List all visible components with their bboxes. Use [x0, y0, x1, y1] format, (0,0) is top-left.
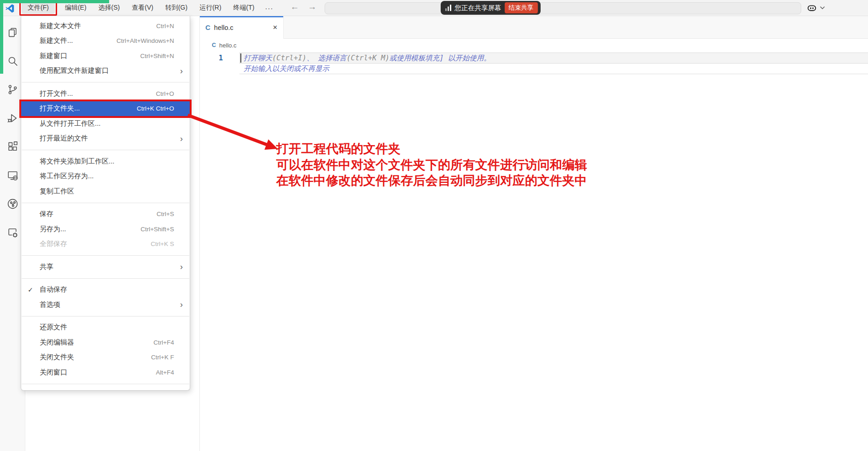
menu-item-label: 新建文本文件: [40, 22, 156, 30]
menu-item[interactable]: 打开文件...Ctrl+O: [21, 86, 190, 101]
inline-chat-hint-band2: [239, 64, 868, 74]
menubar-item[interactable]: 转到(G): [159, 2, 193, 14]
command-center-search[interactable]: [325, 2, 801, 14]
menu-item[interactable]: 关闭编辑器Ctrl+F4: [21, 335, 190, 350]
c-file-icon: C: [205, 23, 210, 31]
menu-item-label: 从文件打开工作区...: [40, 119, 174, 128]
extensions-icon[interactable]: [6, 141, 18, 152]
menu-item-label: 另存为...: [40, 225, 140, 234]
menu-item-label: 还原文件: [40, 323, 174, 332]
menu-item[interactable]: 从文件打开工作区...: [21, 116, 190, 131]
menu-item-shortcut: Alt+F4: [156, 369, 174, 376]
menu-item-shortcut: Ctrl+Shift+N: [140, 53, 174, 59]
menubar-item[interactable]: 运行(R): [193, 2, 227, 14]
menubar-item[interactable]: 编辑(E): [59, 2, 93, 14]
editor-tab-strip: [200, 16, 868, 39]
menu-item[interactable]: 使用配置文件新建窗口›: [21, 64, 190, 79]
signal-bars-icon: [445, 5, 451, 11]
share-border-left: [0, 0, 3, 74]
menu-item-label: 全部保存: [40, 240, 151, 248]
annotation-arrow: [184, 111, 283, 157]
title-bar: 文件(F)编辑(E)选择(S)查看(V)转到(G)运行(R)终端(T) ··· …: [0, 0, 868, 16]
menu-separator: [22, 384, 189, 384]
menu-item-shortcut: Ctrl+Alt+Windows+N: [117, 37, 174, 44]
tab-close-icon[interactable]: ✕: [273, 24, 278, 31]
menubar-item[interactable]: 查看(V): [126, 2, 159, 14]
menu-item[interactable]: 新建文件...Ctrl+Alt+Windows+N: [21, 34, 190, 49]
vscode-logo-icon: [5, 3, 15, 13]
menu-item[interactable]: ✓自动保存: [21, 282, 190, 298]
menu-item-label: 复制工作区: [40, 187, 174, 196]
editor-ghost-text-line2: 开始输入以关闭或不再显示: [244, 64, 329, 74]
c-file-icon: C: [212, 42, 216, 48]
network-graph-icon[interactable]: [6, 198, 18, 210]
explorer-icon[interactable]: [6, 26, 18, 38]
menu-item[interactable]: 复制工作区: [21, 184, 190, 199]
menu-item[interactable]: 新建窗口Ctrl+Shift+N: [21, 48, 190, 64]
line-number: 1: [200, 53, 230, 64]
menu-item[interactable]: 新建文本文件Ctrl+N: [21, 18, 190, 34]
submenu-chevron-icon: ›: [180, 263, 183, 271]
menu-item[interactable]: 关闭文件夹Ctrl+K F: [21, 350, 190, 365]
menu-separator: [22, 150, 189, 150]
menu-item[interactable]: 共享›: [21, 259, 190, 275]
annotation-line: 打开工程代码的文件夹: [276, 141, 587, 157]
annotation-text: 打开工程代码的文件夹可以在软件中对这个文件夹下的所有文件进行访问和编辑在软件中修…: [276, 141, 587, 189]
annotation-line: 在软件中修改的文件保存后会自动同步到对应的文件夹中: [276, 173, 587, 189]
ghost-text-segment: (Ctrl+K M): [347, 54, 390, 62]
menu-item-shortcut: Ctrl+S: [157, 211, 174, 217]
menu-separator: [22, 203, 189, 203]
ghost-text-segment: 打开聊天: [244, 54, 272, 62]
file-menu-dropdown: 新建文本文件Ctrl+N新建文件...Ctrl+Alt+Windows+N新建窗…: [21, 16, 190, 391]
menu-item-shortcut: Ctrl+O: [156, 90, 174, 97]
menu-item-label: 首选项: [40, 300, 180, 309]
menubar-item[interactable]: 终端(T): [227, 2, 261, 14]
menu-item-label: 将文件夹添加到工作区...: [40, 157, 174, 166]
menu-item[interactable]: 打开最近的文件›: [21, 131, 190, 146]
annotation-line: 可以在软件中对这个文件夹下的所有文件进行访问和编辑: [276, 157, 587, 173]
submenu-chevron-icon: ›: [180, 300, 183, 309]
tab-hello-c[interactable]: C hello.c ✕: [200, 16, 284, 39]
menu-item[interactable]: 将工作区另存为...: [21, 169, 190, 184]
share-banner-text: 您正在共享屏幕: [454, 4, 501, 12]
menu-item: 全部保存Ctrl+K S: [21, 237, 190, 252]
screen-share-banner: 您正在共享屏幕 结束共享: [441, 1, 541, 15]
tool-settings-icon[interactable]: [6, 226, 18, 238]
menu-item-label: 打开文件夹...: [40, 104, 137, 113]
remote-explorer-icon[interactable]: [6, 169, 18, 181]
menu-item[interactable]: 打开文件夹...Ctrl+K Ctrl+O: [21, 101, 190, 117]
source-control-icon[interactable]: [6, 83, 18, 95]
copilot-menu[interactable]: [807, 3, 825, 13]
menu-item-shortcut: Ctrl+K F: [151, 354, 174, 361]
breadcrumb[interactable]: C hello.c: [200, 39, 868, 52]
menu-separator: [22, 255, 189, 256]
search-icon[interactable]: [6, 55, 18, 67]
run-and-debug-icon[interactable]: [6, 112, 18, 124]
share-border-top: [0, 0, 109, 3]
checkmark-icon: ✓: [21, 286, 40, 293]
menubar-overflow[interactable]: ···: [260, 2, 278, 14]
menu-item[interactable]: 将文件夹添加到工作区...: [21, 154, 190, 169]
menu-item-label: 关闭窗口: [40, 368, 156, 377]
ghost-text-segment: 选择语言: [318, 54, 347, 62]
stop-sharing-button[interactable]: 结束共享: [505, 2, 538, 13]
text-cursor: [240, 53, 241, 63]
menu-item-label: 新建窗口: [40, 52, 140, 60]
menu-separator: [22, 82, 189, 82]
menu-item-shortcut: Ctrl+K Ctrl+O: [137, 105, 174, 112]
forward-arrow-icon[interactable]: →: [306, 2, 318, 12]
menubar-item[interactable]: 选择(S): [93, 2, 126, 14]
vscode-window: 文件(F)编辑(E)选择(S)查看(V)转到(G)运行(R)终端(T) ··· …: [0, 0, 868, 451]
menu-item[interactable]: 保存Ctrl+S: [21, 207, 190, 222]
menu-item-label: 关闭编辑器: [40, 338, 153, 347]
menubar-item-file[interactable]: 文件(F): [22, 2, 55, 14]
menu-item[interactable]: 首选项›: [21, 297, 190, 312]
menu-item[interactable]: 关闭窗口Alt+F4: [21, 365, 190, 380]
chevron-down-icon: [820, 6, 825, 10]
menu-item[interactable]: 另存为...Ctrl+Shift+S: [21, 222, 190, 237]
menu-item-shortcut: Ctrl+N: [156, 23, 174, 29]
back-arrow-icon[interactable]: ←: [289, 2, 301, 12]
menu-item[interactable]: 还原文件: [21, 320, 190, 335]
menu-separator: [22, 278, 189, 279]
menu-separator: [22, 316, 189, 316]
